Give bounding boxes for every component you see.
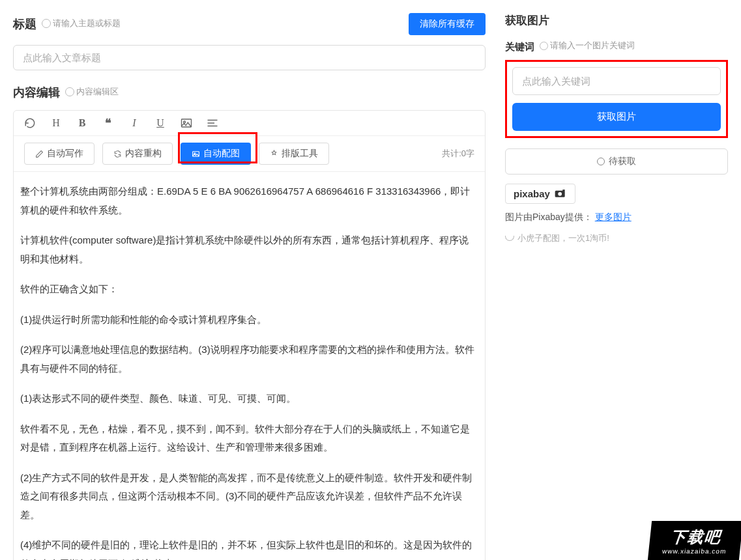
svg-point-8 — [558, 192, 562, 196]
svg-point-1 — [184, 121, 186, 123]
clear-cache-button[interactable]: 清除所有缓存 — [409, 13, 486, 35]
paragraph: (2)生产方式不同的软件是开发，是人类智能的高发挥，而不是传统意义上的硬件制造。… — [20, 469, 478, 525]
paragraph: 软件看不见，无色，枯燥，看不见，摸不到，闻不到。软件大部分存在于人们的头脑或纸上… — [20, 420, 478, 457]
credit-prefix: 图片由Pixabay提供： — [505, 212, 592, 222]
image-icon[interactable] — [181, 117, 192, 129]
underline-icon[interactable]: U — [154, 117, 166, 129]
auto-image-label: 自动配图 — [203, 148, 240, 160]
auto-image-button[interactable]: 自动配图 — [181, 143, 251, 165]
format-toolbar: H B ❝ I U — [14, 111, 485, 136]
credit-line: 图片由Pixabay提供： 更多图片 — [505, 212, 728, 223]
paragraph: 整个计算机系统由两部分组成：E.69DA 5 E 6 BA 9062616964… — [20, 182, 478, 219]
fetch-image-button[interactable]: 获取图片 — [512, 103, 721, 131]
svg-rect-9 — [562, 189, 564, 191]
tip-text: 小虎子配图，一次1淘币! — [517, 232, 609, 244]
paragraph: (2)程序可以满意地处理信息的数据结构。(3)说明程序功能要求和程序需要的文档的… — [20, 341, 478, 378]
title-header: 标题 请输入主题或标题 清除所有缓存 — [13, 13, 486, 35]
restructure-button[interactable]: 内容重构 — [102, 143, 173, 165]
italic-icon[interactable]: I — [128, 117, 140, 129]
red-highlight-keyword-box: 获取图片 — [505, 60, 728, 138]
auto-write-label: 自动写作 — [47, 148, 83, 160]
watermark-big: 下载吧 — [669, 527, 722, 548]
tip-line: 小虎子配图，一次1淘币! — [505, 232, 728, 244]
article-title-input[interactable] — [13, 45, 486, 70]
keyword-hint: 请输入一个图片关键词 — [540, 40, 635, 51]
circle-icon — [597, 158, 605, 165]
auto-write-button[interactable]: 自动写作 — [24, 143, 94, 165]
bowl-icon — [505, 236, 514, 241]
paragraph: (1)提供运行时所需功能和性能的命令或计算机程序集合。 — [20, 311, 478, 329]
word-count: 共计:0字 — [442, 148, 474, 160]
content-edit-label: 内容编辑 — [13, 85, 60, 100]
watermark: 下载吧 www.xiazaiba.com — [648, 521, 741, 560]
sidebar-header: 获取图片 — [505, 13, 728, 28]
paragraph: (1)表达形式不同的硬件类型、颜色、味道、可见、可摸、可闻。 — [20, 389, 478, 408]
content-edit-hint: 内容编辑区 — [65, 86, 119, 98]
pixabay-badge: pixabay — [505, 184, 575, 204]
layout-tool-label: 排版工具 — [282, 148, 318, 160]
undo-icon[interactable] — [24, 117, 36, 129]
layout-tool-button[interactable]: 排版工具 — [259, 143, 329, 165]
more-images-link[interactable]: 更多图片 — [595, 212, 632, 222]
restructure-label: 内容重构 — [125, 148, 162, 160]
watermark-small: www.xiazaiba.com — [662, 548, 727, 555]
title-hint: 请输入主题或标题 — [42, 18, 121, 29]
keyword-label: 关键词 — [505, 41, 534, 53]
editor-box: H B ❝ I U 自动写作 内容重构 — [13, 110, 486, 560]
action-toolbar: 自动写作 内容重构 自动配图 排版工具 共计:0字 — [14, 136, 485, 172]
camera-icon — [554, 189, 567, 198]
paragraph: (4)维护不同的硬件是旧的，理论上软件是旧的，并不坏，但实际上软件也是旧的和坏的… — [20, 536, 478, 560]
paragraph: 软件的正确含义如下： — [20, 280, 478, 299]
paragraph: 计算机软件(computer software)是指计算机系统中除硬件以外的所有… — [20, 231, 478, 268]
keyword-input[interactable] — [512, 67, 721, 95]
quote-icon[interactable]: ❝ — [102, 117, 114, 129]
pixabay-text: pixabay — [514, 188, 550, 199]
align-icon[interactable] — [207, 117, 218, 129]
heading-icon[interactable]: H — [50, 117, 62, 129]
status-label: 待获取 — [609, 156, 636, 167]
status-pending: 待获取 — [505, 148, 728, 175]
editor-content[interactable]: 整个计算机系统由两部分组成：E.69DA 5 E 6 BA 9062616964… — [14, 172, 485, 560]
bold-icon[interactable]: B — [76, 117, 88, 129]
title-label: 标题 — [13, 16, 36, 32]
